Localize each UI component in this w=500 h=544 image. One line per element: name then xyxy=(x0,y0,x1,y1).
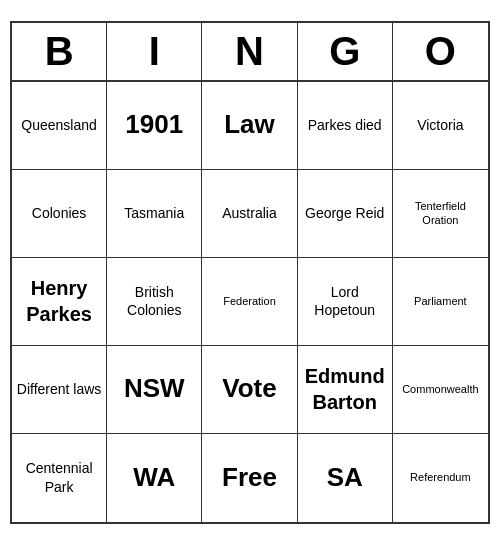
bingo-cell: WA xyxy=(107,434,202,522)
bingo-cell: SA xyxy=(298,434,393,522)
bingo-cell: Vote xyxy=(202,346,297,434)
bingo-cell: Lord Hopetoun xyxy=(298,258,393,346)
bingo-cell: Edmund Barton xyxy=(298,346,393,434)
bingo-cell: British Colonies xyxy=(107,258,202,346)
bingo-cell: Referendum xyxy=(393,434,488,522)
bingo-cell: Australia xyxy=(202,170,297,258)
bingo-cell: Colonies xyxy=(12,170,107,258)
bingo-cell: Law xyxy=(202,82,297,170)
bingo-cell: Centennial Park xyxy=(12,434,107,522)
bingo-cell: Parkes died xyxy=(298,82,393,170)
header-letter: N xyxy=(202,23,297,80)
bingo-cell: Tasmania xyxy=(107,170,202,258)
bingo-cell: George Reid xyxy=(298,170,393,258)
bingo-cell: Victoria xyxy=(393,82,488,170)
bingo-cell: Different laws xyxy=(12,346,107,434)
bingo-cell: Henry Parkes xyxy=(12,258,107,346)
header-letter: O xyxy=(393,23,488,80)
bingo-cell: Free xyxy=(202,434,297,522)
bingo-cell: 1901 xyxy=(107,82,202,170)
bingo-grid: Queensland1901LawParkes diedVictoriaColo… xyxy=(12,82,488,522)
header-letter: I xyxy=(107,23,202,80)
header-letter: G xyxy=(298,23,393,80)
bingo-cell: Queensland xyxy=(12,82,107,170)
bingo-header: BINGO xyxy=(12,23,488,82)
bingo-card: BINGO Queensland1901LawParkes diedVictor… xyxy=(10,21,490,524)
bingo-cell: Parliament xyxy=(393,258,488,346)
bingo-cell: Tenterfield Oration xyxy=(393,170,488,258)
bingo-cell: Federation xyxy=(202,258,297,346)
header-letter: B xyxy=(12,23,107,80)
bingo-cell: Commonwealth xyxy=(393,346,488,434)
bingo-cell: NSW xyxy=(107,346,202,434)
